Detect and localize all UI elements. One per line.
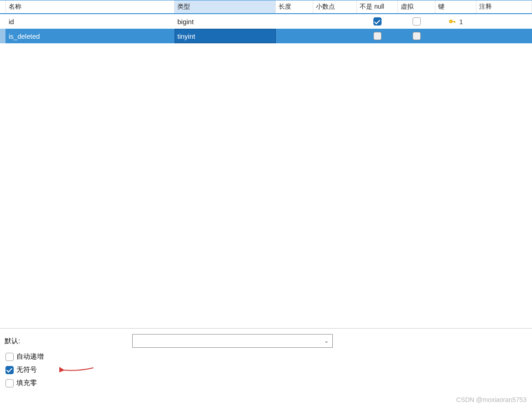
svg-point-0: [449, 20, 452, 23]
cell-type[interactable]: tinyint: [175, 29, 276, 43]
default-label: 默认:: [5, 337, 132, 345]
cell-virtual[interactable]: [398, 14, 435, 29]
row-gutter: [0, 14, 6, 29]
unsigned-label: 无符号: [16, 366, 37, 374]
notnull-checkbox[interactable]: [373, 32, 382, 40]
cell-decimal[interactable]: [313, 14, 357, 29]
header-gutter: [0, 0, 6, 13]
zerofill-checkbox[interactable]: [5, 379, 14, 387]
cell-name[interactable]: id: [6, 14, 175, 29]
header-virtual[interactable]: 虚拟: [398, 0, 435, 13]
cell-notnull[interactable]: [357, 29, 398, 43]
chevron-down-icon: ⌄: [324, 338, 329, 344]
table-row[interactable]: is_deleted tinyint: [0, 29, 532, 43]
header-length[interactable]: 长度: [276, 0, 313, 13]
header-type[interactable]: 类型: [175, 0, 276, 13]
auto-increment-label: 自动递增: [16, 352, 44, 361]
virtual-checkbox[interactable]: [413, 32, 421, 40]
annotation-arrow-icon: [59, 365, 96, 376]
cell-decimal[interactable]: [313, 29, 357, 43]
default-value-dropdown[interactable]: ⌄: [132, 334, 333, 348]
cell-key[interactable]: [435, 29, 476, 43]
key-number: 1: [459, 18, 463, 26]
watermark: CSDN @moxiaoran5753: [456, 396, 527, 403]
header-comment[interactable]: 注释: [476, 0, 532, 13]
cell-comment[interactable]: [476, 29, 532, 43]
field-properties-panel: 默认: ⌄ 自动递增 无符号 填充零: [0, 328, 532, 407]
zerofill-label: 填充零: [16, 379, 37, 387]
unsigned-checkbox[interactable]: [5, 366, 14, 374]
header-key[interactable]: 键: [435, 0, 476, 13]
cell-key[interactable]: 1: [435, 14, 476, 29]
auto-increment-checkbox[interactable]: [5, 353, 14, 361]
cell-name[interactable]: is_deleted: [6, 29, 175, 43]
header-name[interactable]: 名称: [6, 0, 175, 13]
primary-key-icon: 1: [448, 17, 463, 26]
cell-notnull[interactable]: [357, 14, 398, 29]
virtual-checkbox[interactable]: [413, 17, 421, 26]
cell-length[interactable]: [276, 14, 313, 29]
notnull-checkbox[interactable]: [373, 17, 382, 26]
table-row[interactable]: id bigint 1: [0, 14, 532, 29]
header-decimal[interactable]: 小数点: [313, 0, 357, 13]
cell-type[interactable]: bigint: [175, 14, 276, 29]
row-gutter: [0, 29, 6, 43]
table-header-row: 名称 类型 长度 小数点 不是 null 虚拟 键 注释: [0, 0, 532, 14]
columns-table: 名称 类型 长度 小数点 不是 null 虚拟 键 注释 id bigint 1: [0, 0, 532, 328]
cell-length[interactable]: [276, 29, 313, 43]
cell-virtual[interactable]: [398, 29, 435, 43]
header-notnull[interactable]: 不是 null: [357, 0, 398, 13]
cell-comment[interactable]: [476, 14, 532, 29]
